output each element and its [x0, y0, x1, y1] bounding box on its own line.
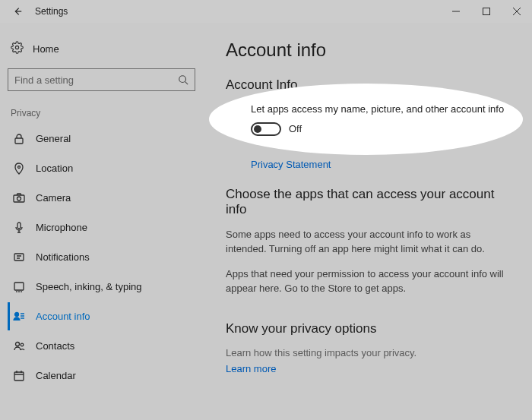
maximize-button[interactable] — [471, 0, 502, 23]
sidebar-item-label: Camera — [36, 192, 71, 204]
svg-point-12 — [21, 343, 24, 346]
close-button[interactable] — [502, 0, 532, 23]
search-input[interactable] — [14, 74, 178, 86]
choose-apps-section: Choose the apps that can access your acc… — [226, 187, 509, 295]
main-content: Account info Account Info Choose the app… — [203, 23, 532, 420]
section-subtext: Learn how this setting impacts your priv… — [226, 347, 509, 358]
back-button[interactable] — [6, 0, 29, 23]
svg-point-4 — [17, 166, 20, 168]
notifications-icon — [12, 251, 25, 264]
sidebar-item-microphone[interactable]: Microphone — [8, 213, 195, 242]
svg-rect-13 — [14, 372, 24, 381]
home-nav[interactable]: Home — [8, 36, 195, 61]
sidebar-item-speech[interactable]: Speech, inking, & typing — [8, 273, 195, 301]
titlebar: Settings — [0, 0, 532, 23]
privacy-options-section: Know your privacy options Learn how this… — [226, 321, 509, 374]
close-icon — [513, 8, 521, 15]
app-title: Settings — [35, 6, 441, 17]
svg-point-6 — [17, 197, 21, 201]
svg-rect-8 — [14, 254, 24, 261]
svg-rect-7 — [17, 223, 21, 229]
camera-icon — [12, 191, 25, 204]
sidebar-item-location[interactable]: Location — [8, 154, 195, 182]
account-info-icon — [12, 310, 25, 323]
section-heading: Know your privacy options — [226, 321, 509, 336]
svg-point-2 — [179, 76, 186, 83]
svg-point-1 — [15, 46, 18, 49]
learn-more-link[interactable]: Learn more — [226, 363, 276, 374]
sidebar-item-label: General — [36, 133, 71, 144]
sidebar: Home Privacy General Location Camera Mic… — [0, 23, 203, 420]
minimize-button[interactable] — [441, 0, 471, 23]
sidebar-item-label: Location — [36, 163, 73, 174]
toggle-description: Let apps access my name, picture, and ot… — [251, 103, 523, 115]
sidebar-item-label: Account info — [36, 311, 90, 322]
sidebar-item-label: Contacts — [36, 340, 74, 352]
sidebar-item-notifications[interactable]: Notifications — [8, 243, 195, 271]
sidebar-item-camera[interactable]: Camera — [8, 184, 195, 212]
category-label: Privacy — [8, 108, 195, 125]
sidebar-item-account-info[interactable]: Account info — [8, 302, 195, 330]
sidebar-item-label: Microphone — [36, 222, 87, 233]
account-info-toggle[interactable] — [251, 122, 281, 136]
sidebar-item-general[interactable]: General — [8, 125, 195, 153]
section-heading: Choose the apps that can access your acc… — [226, 187, 509, 217]
calendar-icon — [12, 369, 25, 382]
section-paragraph: Apps that need your permission to access… — [226, 267, 509, 296]
minimize-icon — [452, 8, 460, 15]
svg-rect-9 — [14, 283, 24, 290]
search-icon — [178, 74, 188, 85]
svg-point-11 — [15, 342, 19, 346]
svg-point-10 — [14, 312, 18, 316]
svg-rect-0 — [483, 8, 490, 15]
speech-icon — [12, 280, 25, 293]
window-controls — [441, 0, 532, 23]
contacts-icon — [12, 339, 25, 352]
maximize-icon — [483, 8, 490, 15]
highlight-spotlight: Let apps access my name, picture, and ot… — [209, 84, 523, 155]
toggle-state-label: Off — [289, 123, 302, 134]
page-title: Account info — [226, 39, 509, 61]
privacy-statement-link[interactable]: Privacy Statement — [251, 159, 331, 170]
section-paragraph: Some apps need to access your account in… — [226, 228, 509, 257]
toggle-knob — [254, 125, 261, 133]
sidebar-item-contacts[interactable]: Contacts — [8, 332, 195, 360]
lock-icon — [12, 132, 25, 145]
search-box[interactable] — [8, 68, 195, 91]
sidebar-item-label: Notifications — [36, 251, 90, 263]
arrow-left-icon — [12, 6, 23, 17]
gear-icon — [11, 41, 24, 56]
sidebar-item-label: Speech, inking, & typing — [36, 281, 141, 292]
microphone-icon — [12, 221, 25, 234]
sidebar-item-calendar[interactable]: Calendar — [8, 362, 195, 390]
svg-rect-3 — [15, 138, 23, 144]
home-label: Home — [33, 43, 59, 55]
location-icon — [12, 162, 25, 175]
sidebar-item-label: Calendar — [36, 370, 76, 381]
